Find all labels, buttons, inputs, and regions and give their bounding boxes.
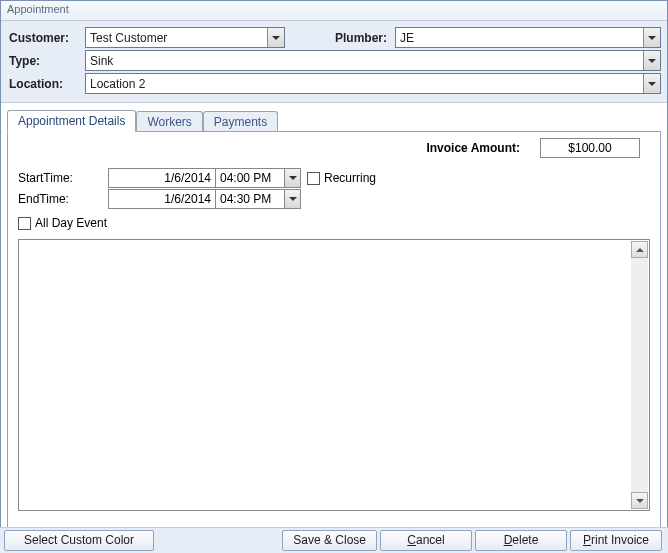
save-close-button[interactable]: Save & Close [282,530,377,551]
tab-workers[interactable]: Workers [136,111,202,132]
invoice-amount-field[interactable]: $100.00 [540,138,640,158]
chevron-down-icon[interactable] [643,74,660,93]
recurring-label: Recurring [324,171,376,185]
delete-button[interactable]: Delete [475,530,567,551]
start-time-combo[interactable]: 04:00 PM [215,168,301,188]
end-time-combo[interactable]: 04:30 PM [215,189,301,209]
vertical-scrollbar[interactable] [631,241,648,509]
select-custom-color-button[interactable]: Select Custom Color [4,530,154,551]
end-date-field[interactable]: 1/6/2014 [108,189,216,209]
chevron-down-icon[interactable] [643,28,660,47]
notes-textarea[interactable] [18,239,650,511]
chevron-down-icon[interactable] [643,51,660,70]
tab-appointment-details[interactable]: Appointment Details [7,110,136,132]
tab-strip: Appointment Details Workers Payments [7,109,661,131]
customer-label: Customer: [7,31,85,45]
checkbox-icon [307,172,320,185]
customer-combo[interactable]: Test Customer [85,27,285,48]
checkbox-icon [18,217,31,230]
start-date-field[interactable]: 1/6/2014 [108,168,216,188]
print-invoice-button[interactable]: Print Invoice [570,530,662,551]
end-time-label: EndTime: [18,192,108,206]
all-day-checkbox[interactable]: All Day Event [18,215,107,231]
tab-panel-details: Invoice Amount: $100.00 StartTime: 1/6/2… [7,131,661,529]
chevron-down-icon[interactable] [284,169,300,187]
footer-bar: Select Custom Color Save & Close Cancel … [0,527,668,553]
recurring-checkbox[interactable]: Recurring [307,170,376,186]
type-combo[interactable]: Sink [85,50,661,71]
window-title: Appointment [7,3,69,15]
scroll-up-button[interactable] [631,241,648,258]
start-time-label: StartTime: [18,171,108,185]
plumber-combo[interactable]: JE [395,27,661,48]
plumber-value: JE [396,31,643,45]
invoice-amount-label: Invoice Amount: [426,141,520,155]
chevron-down-icon[interactable] [267,28,284,47]
cancel-button[interactable]: Cancel [380,530,472,551]
customer-value: Test Customer [86,31,267,45]
type-value: Sink [86,54,643,68]
all-day-label: All Day Event [35,216,107,230]
header-panel: Customer: Test Customer Plumber: JE Type… [1,21,667,103]
plumber-label: Plumber: [315,31,395,45]
location-label: Location: [7,77,85,91]
chevron-down-icon[interactable] [284,190,300,208]
location-value: Location 2 [86,77,643,91]
scroll-down-button[interactable] [631,492,648,509]
tab-payments[interactable]: Payments [203,111,278,132]
window-titlebar: Appointment [1,1,667,21]
location-combo[interactable]: Location 2 [85,73,661,94]
type-label: Type: [7,54,85,68]
